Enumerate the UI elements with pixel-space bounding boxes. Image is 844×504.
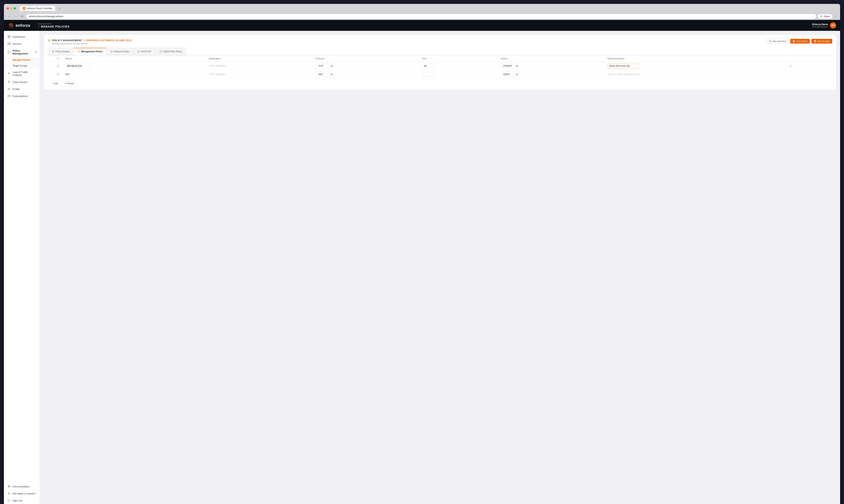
- row-port-1: [420, 62, 499, 70]
- sidebar-item-claim-device[interactable]: Claim Device: [4, 78, 40, 86]
- nav-section-label: NAVIGATION: [38, 23, 70, 25]
- drag-handle-icon-2[interactable]: ⋮: [50, 73, 53, 76]
- rules-table: # Source Destination Protocol Port Actio…: [48, 55, 832, 79]
- tab-fqdn-filter[interactable]: FQDN Filter Rules: [155, 48, 186, 55]
- protocol-select-2[interactable]: ANY TCP UDP ICMP: [316, 72, 333, 77]
- sidebar-item-sign-out[interactable]: Sign Out: [4, 497, 40, 504]
- rules-tabs: Policy Details Management Rules Network …: [48, 48, 832, 55]
- delete-row-1-button[interactable]: 🗑: [788, 64, 793, 68]
- sidebar-label-claim-device: Claim Device: [13, 80, 28, 84]
- chevron-down-icon: ▾: [35, 51, 36, 53]
- port-input-1[interactable]: [423, 64, 434, 68]
- panel-subtitle: Manage target group security policies: [52, 42, 132, 45]
- tab-dnat-vip[interactable]: DNAT/VIP: [133, 48, 155, 55]
- new-tab-button[interactable]: +: [57, 6, 62, 11]
- browser-menu-button[interactable]: ⋮: [834, 14, 837, 19]
- action-select-2[interactable]: DENY PERMIT: [501, 72, 518, 77]
- table-footer: + Add ↺ Reset: [48, 79, 832, 86]
- panel-title-area: ⚠ POLICY MANAGEMENT // ENFORZA GATEWAYS …: [48, 39, 132, 45]
- minimize-dot[interactable]: [10, 7, 13, 10]
- tab-management-rules-label: Management Rules: [81, 50, 102, 53]
- drag-handle-icon[interactable]: ⋮: [50, 65, 53, 67]
- star-icon: [7, 80, 11, 84]
- save-policy-label: Save Policy: [796, 40, 807, 42]
- sidebar-item-documentation[interactable]: Documentation: [4, 483, 40, 490]
- guest-button[interactable]: Guest: [818, 14, 832, 19]
- source-input-1[interactable]: [65, 64, 90, 68]
- reset-button[interactable]: ↺ Reset: [63, 81, 76, 86]
- destination-placeholder-2: THIS FIREWALL: [209, 73, 227, 76]
- warning-icon: ⚠: [48, 39, 51, 42]
- reset-label: ↺ Reset: [65, 82, 74, 85]
- sidebar-label-sign-out: Sign Out: [13, 499, 22, 502]
- protocol-select-1[interactable]: TCP UDP ANY ICMP: [316, 64, 333, 69]
- logout-icon: [7, 499, 11, 502]
- sidebar-submenu: Manage Policies Target Groups: [4, 57, 40, 69]
- th-port: Port: [420, 55, 499, 62]
- sidebar-label-subscriptions: Subscriptions: [13, 95, 28, 97]
- sidebar-item-devices[interactable]: Devices: [4, 40, 40, 47]
- save-apply-button[interactable]: Save & Apply: [811, 39, 832, 43]
- tab-title: enforza Cloud Controller: [27, 7, 52, 10]
- active-tab[interactable]: enforza Cloud Controller: [20, 6, 55, 11]
- sidebar-item-dashboard[interactable]: Dashboard: [4, 33, 40, 40]
- new-selection-button[interactable]: New Selection: [767, 39, 789, 44]
- tab-policy-details[interactable]: Policy Details: [48, 48, 74, 55]
- sidebar-subitem-manage-policies[interactable]: Manage Policies: [4, 57, 40, 63]
- svg-rect-25: [814, 41, 815, 42]
- server-icon: [7, 42, 11, 45]
- source-value-2: ANY: [65, 73, 70, 76]
- subitem-label-manage-policies: Manage Policies: [13, 58, 31, 61]
- sidebar-top: Dashboard Devices Policy Management: [4, 33, 40, 480]
- add-rule-button[interactable]: + Add: [49, 81, 61, 86]
- panel-title-suffix: // ENFORZA GATEWAYS IN AWS (EU): [84, 39, 132, 42]
- svg-point-1: [821, 16, 822, 17]
- grid-icon: [7, 35, 11, 38]
- app-container: enforza NAVIGATION // MANAGE POLICIES En…: [4, 20, 840, 504]
- svg-point-10: [10, 43, 10, 43]
- svg-point-11: [10, 44, 10, 45]
- save-policy-button[interactable]: Save Policy: [790, 39, 810, 43]
- close-dot[interactable]: [7, 7, 9, 10]
- forward-button[interactable]: →: [13, 14, 18, 19]
- svg-rect-6: [8, 37, 9, 38]
- sidebar-subitem-target-groups[interactable]: Target Groups: [4, 63, 40, 69]
- user-name: Enforza Demo: [812, 23, 828, 26]
- sidebar-item-policy-management[interactable]: Policy Management ▾: [4, 47, 40, 57]
- row-num-2: 2: [55, 70, 63, 79]
- content-area: ⚠ POLICY MANAGEMENT // ENFORZA GATEWAYS …: [40, 31, 840, 504]
- row-delete-2: [786, 70, 832, 79]
- tab-management-rules[interactable]: Management Rules: [73, 48, 106, 55]
- card-icon: [7, 94, 11, 97]
- sidebar-label-documentation: Documentation: [13, 485, 30, 488]
- th-action: Action: [499, 55, 605, 62]
- sidebar-item-logs[interactable]: Logs & Traffic Analysis: [4, 69, 40, 78]
- sidebar-label-policy-management: Policy Management: [13, 49, 33, 55]
- tab-policy-details-label: Policy Details: [55, 50, 70, 53]
- logo-svg: [8, 22, 14, 29]
- nav-section-area: NAVIGATION // MANAGE POLICIES: [35, 23, 70, 28]
- svg-point-3: [10, 25, 12, 26]
- sidebar-item-subscriptions[interactable]: Subscriptions: [4, 92, 40, 100]
- table-header: # Source Destination Protocol Port Actio…: [48, 55, 832, 62]
- th-destination: Destination: [207, 55, 314, 62]
- row-description-2: IMPLICIT DENY (MANAGEMENT): [605, 70, 786, 79]
- maximize-dot[interactable]: [14, 7, 16, 10]
- drag-handle-cell-2[interactable]: ⋮: [48, 70, 55, 79]
- reload-button[interactable]: ↻: [20, 14, 24, 19]
- row-action-1: PERMIT DENY: [499, 62, 605, 70]
- drag-handle-cell[interactable]: ⋮: [48, 62, 55, 70]
- shield-icon: [7, 51, 11, 54]
- sidebar-item-profile[interactable]: Profile: [4, 86, 40, 92]
- port-input-2[interactable]: [423, 72, 434, 77]
- back-button[interactable]: ←: [7, 14, 12, 19]
- sidebar-item-got-ideas[interactable]: Got Ideas or Issues?: [4, 490, 40, 497]
- action-select-1[interactable]: PERMIT DENY: [501, 64, 518, 69]
- url-input[interactable]: [26, 14, 816, 19]
- tab-network-rules[interactable]: Network Rules: [106, 48, 133, 55]
- row-protocol-2: ANY TCP UDP ICMP: [313, 70, 420, 79]
- window-controls: [7, 7, 16, 10]
- description-input-1[interactable]: [607, 64, 639, 68]
- row-port-2: [420, 70, 499, 79]
- row-num-1: 1: [55, 62, 63, 70]
